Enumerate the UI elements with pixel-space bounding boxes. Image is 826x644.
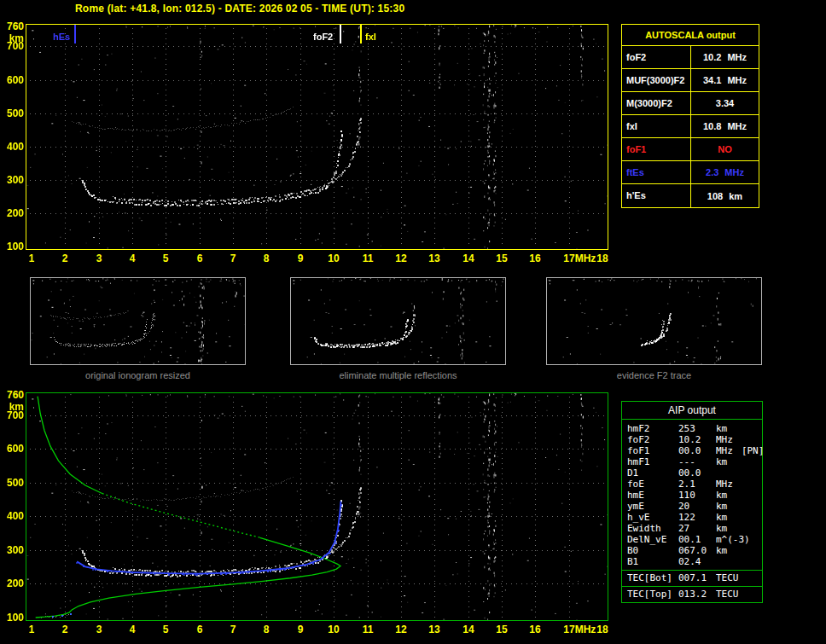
y-tick-label: 760: [2, 389, 24, 401]
aip-row-label: DelN_vE: [627, 534, 678, 545]
x-tick-label: 14: [459, 624, 478, 635]
aip-row-units: MHz[PN]: [716, 445, 764, 456]
aip-row-label: hmF2: [627, 423, 678, 434]
marker-label-fof2: foF2: [313, 32, 333, 42]
autoscala-row-value: 108km: [691, 184, 759, 207]
aip-row-units: km: [716, 523, 762, 534]
aip-row-unit: km: [716, 490, 727, 501]
aip-row-units: km: [716, 423, 762, 434]
aip-row-value: 10.2: [678, 434, 716, 445]
x-tick-label: 12: [392, 252, 410, 264]
thumbnail-caption-evidence: evidence F2 trace: [546, 370, 762, 380]
aip-row: DelN_vE00.1m^(-3): [622, 534, 762, 545]
autoscala-row-value: 2.3MHz: [691, 161, 759, 183]
app-window: Rome (lat: +41.8, lon: 012.5) - DATE: 20…: [0, 0, 826, 644]
aip-row-units: MHz: [716, 479, 762, 490]
aip-row-value: 02.4: [678, 556, 716, 567]
x-tick-label: 2: [55, 624, 74, 635]
y-tick-label: 200: [2, 577, 24, 589]
aip-row-value: 067.0: [678, 545, 716, 556]
aip-row-units: TECU: [716, 571, 762, 584]
autoscala-row-value: NO: [691, 138, 759, 160]
autoscala-table-rows: foF210.2MHzMUF(3000)F234.1MHzM(3000)F23.…: [622, 46, 759, 207]
aip-row-units: [716, 467, 762, 479]
aip-row-unit: TECU: [716, 571, 739, 584]
x-tick-label: 12: [392, 624, 410, 635]
y-axis-unit: km: [2, 401, 24, 413]
x-tick-label: 1: [22, 252, 41, 264]
y-tick-label: 300: [2, 174, 24, 186]
aip-row: ymE20km: [622, 501, 762, 512]
autoscala-value-number: 108: [707, 185, 723, 207]
thumbnail-evidence-f2: [546, 277, 762, 365]
x-tick-label: 8: [257, 624, 276, 635]
x-tick-label: 6: [190, 252, 209, 264]
x-tick-label: 13: [425, 252, 444, 264]
aip-row-extra: [PN]: [742, 445, 765, 456]
autoscala-row-value: 10.2MHz: [691, 46, 759, 68]
aip-row-value: 20: [678, 501, 716, 512]
autoscala-table-header: AUTOSCALA output: [622, 25, 759, 46]
y-tick-label: 200: [2, 207, 24, 219]
autoscala-value-unit: MHz: [727, 115, 747, 137]
x-tick-label: 4: [123, 252, 142, 264]
autoscala-row: foF1NO: [622, 138, 759, 161]
aip-row-units: km: [716, 545, 762, 556]
aip-row-units: km: [716, 501, 762, 512]
x-tick-label: 15: [492, 252, 511, 264]
x-tick-label: 9: [291, 624, 310, 635]
autoscala-row: ftEs2.3MHz: [622, 161, 759, 184]
aip-row-label: ymE: [627, 501, 678, 512]
profile-ionogram-canvas: [26, 393, 608, 620]
x-tick-label: 5: [156, 624, 175, 635]
aip-row-label: B1: [627, 556, 678, 567]
autoscala-value-number: 10.2: [703, 46, 721, 68]
autoscala-value-unit: km: [729, 185, 742, 207]
autoscala-row-label: h'Es: [622, 184, 691, 207]
y-tick-label: 760: [2, 20, 24, 32]
thumbnail-eliminate-canvas: [291, 278, 505, 364]
aip-row-label: foF2: [627, 434, 678, 445]
autoscala-row-label: foF2: [622, 46, 691, 68]
thumbnail-caption-original: original ionogram resized: [30, 370, 246, 380]
aip-row-units: km: [716, 490, 762, 501]
autoscala-row-label: fxI: [622, 115, 691, 137]
aip-row-label: TEC[Top]: [627, 588, 678, 600]
x-tick-label: 4: [123, 624, 142, 635]
autoscala-row: foF210.2MHz: [622, 46, 759, 69]
thumbnail-original-ionogram: [30, 277, 246, 365]
autoscala-value-number: 10.8: [703, 115, 721, 137]
aip-row-value: 007.1: [678, 571, 716, 584]
aip-table: AIP output hmF2253kmfoF210.2MHzfoF100.0M…: [621, 401, 763, 603]
aip-row-units: TECU: [716, 588, 762, 600]
thumbnail-caption-eliminate: eliminate multiple reflections: [290, 370, 506, 380]
autoscala-row-label: M(3000)F2: [622, 92, 691, 114]
aip-row-unit: km: [716, 545, 727, 556]
aip-row: h_vE122km: [622, 512, 762, 523]
x-tick-label: 13: [425, 624, 444, 635]
y-tick-label: 400: [2, 510, 24, 522]
autoscala-row: MUF(3000)F234.1MHz: [622, 69, 759, 92]
aip-row: hmE110km: [622, 490, 762, 501]
aip-tec-row: TEC[Top]013.2TECU: [622, 586, 762, 600]
y-tick-label: 500: [2, 107, 24, 119]
aip-row-units: MHz: [716, 434, 762, 445]
x-tick-label: 6: [190, 624, 209, 635]
autoscala-row-value: 3.34: [691, 92, 759, 114]
autoscala-value-unit: MHz: [724, 161, 744, 183]
y-axis-unit: km: [2, 32, 24, 44]
y-tick-label: 100: [2, 612, 24, 624]
x-tick-label: 3: [90, 252, 108, 264]
aip-row: Ewidth27km: [622, 523, 762, 534]
thumbnail-eliminate-reflections: [290, 277, 506, 365]
thumbnail-original-canvas: [31, 278, 245, 364]
aip-row: hmF1---km: [622, 456, 762, 467]
autoscala-row-label: MUF(3000)F2: [622, 69, 691, 91]
aip-table-header: AIP output: [622, 402, 762, 420]
autoscala-row: fxI10.8MHz: [622, 115, 759, 138]
y-tick-label: 600: [2, 74, 24, 86]
aip-row-label: foE: [627, 479, 678, 490]
aip-row-value: 00.0: [678, 445, 716, 456]
aip-row-units: [716, 556, 762, 567]
aip-row-value: 2.1: [678, 479, 716, 490]
